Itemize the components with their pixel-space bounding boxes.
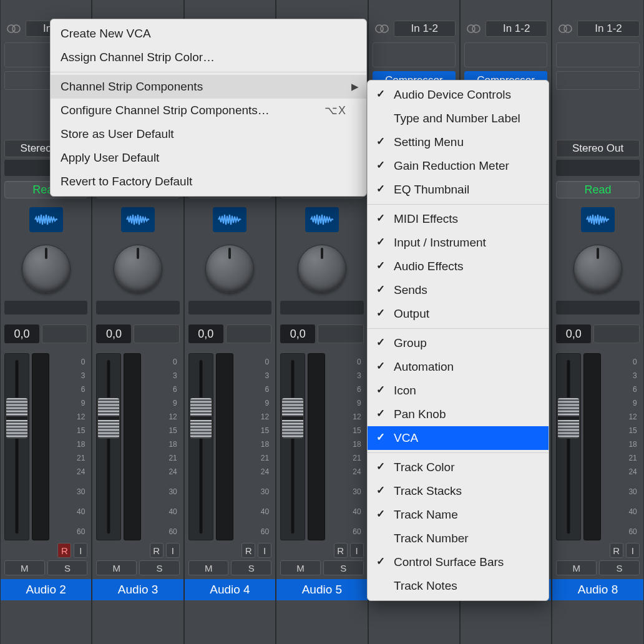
submenu-item[interactable]: ✓Track Name bbox=[368, 503, 549, 527]
submenu-item[interactable]: ✓Pan Knob bbox=[368, 402, 549, 426]
volume-fader[interactable] bbox=[556, 353, 581, 540]
db-tick: 60 bbox=[325, 528, 361, 535]
submenu-item[interactable]: ✓Control Surface Bars bbox=[368, 550, 549, 574]
menu-item[interactable]: Channel Strip Components▶ bbox=[51, 75, 366, 99]
db-tick: 21 bbox=[325, 454, 361, 462]
menu-item[interactable]: Configure Channel Strip Components…⌥X bbox=[51, 99, 366, 122]
input-monitor-button[interactable]: I bbox=[258, 543, 271, 558]
vca-slot[interactable] bbox=[556, 301, 639, 315]
automation-mode-button[interactable]: Read bbox=[556, 181, 639, 198]
record-enable-button[interactable]: R bbox=[334, 543, 348, 558]
submenu-item[interactable]: Track Number bbox=[368, 527, 549, 550]
insert-slot[interactable] bbox=[556, 42, 639, 67]
track-name-label[interactable]: Audio 8 bbox=[552, 579, 643, 600]
db-tick: 40 bbox=[233, 508, 269, 515]
menu-item[interactable]: Create New VCA bbox=[51, 22, 366, 46]
solo-button[interactable]: S bbox=[599, 560, 640, 575]
submenu-item[interactable]: ✓Icon bbox=[368, 379, 549, 402]
pan-value-display: 0,0 bbox=[96, 324, 131, 343]
track-icon[interactable] bbox=[581, 207, 615, 232]
mute-button[interactable]: M bbox=[556, 560, 597, 575]
check-icon: ✓ bbox=[376, 235, 385, 248]
group-slot[interactable] bbox=[556, 160, 639, 176]
track-name-label[interactable]: Audio 2 bbox=[1, 579, 91, 600]
submenu-item[interactable]: Type and Number Label bbox=[368, 107, 549, 130]
submenu-item[interactable]: ✓Automation bbox=[368, 355, 549, 379]
check-icon: ✓ bbox=[376, 555, 385, 568]
pan-knob[interactable] bbox=[573, 245, 622, 293]
track-name-label[interactable]: Audio 3 bbox=[92, 579, 183, 600]
submenu-item[interactable]: ✓Audio Device Controls bbox=[368, 83, 549, 107]
solo-button[interactable]: S bbox=[139, 560, 180, 575]
insert-slot[interactable] bbox=[464, 42, 547, 67]
mute-button[interactable]: M bbox=[96, 560, 137, 575]
submenu-item[interactable]: ✓Gain Reduction Meter bbox=[368, 154, 549, 178]
menu-item[interactable]: Assign Channel Strip Color… bbox=[51, 46, 366, 69]
solo-button[interactable]: S bbox=[47, 560, 88, 575]
submenu-item[interactable]: ✓Sends bbox=[368, 278, 549, 302]
solo-button[interactable]: S bbox=[323, 560, 364, 575]
input-routing-button[interactable]: In 1-2 bbox=[577, 21, 639, 37]
submenu-item[interactable]: Track Notes bbox=[368, 574, 549, 598]
insert-slot[interactable] bbox=[373, 42, 456, 67]
track-icon[interactable] bbox=[305, 207, 339, 232]
submenu-item[interactable]: ✓Track Stacks bbox=[368, 479, 549, 503]
input-routing-button[interactable]: In 1-2 bbox=[485, 21, 547, 37]
pan-knob[interactable] bbox=[298, 245, 346, 293]
mute-button[interactable]: M bbox=[4, 560, 45, 575]
submenu-item[interactable]: ✓EQ Thumbnail bbox=[368, 178, 549, 202]
vca-slot[interactable] bbox=[4, 301, 87, 315]
insert-slot[interactable] bbox=[556, 71, 639, 90]
record-enable-button[interactable]: R bbox=[610, 543, 623, 558]
track-icon[interactable] bbox=[121, 207, 155, 232]
record-enable-button[interactable]: R bbox=[57, 543, 71, 558]
solo-button[interactable]: S bbox=[231, 560, 271, 575]
submenu-item[interactable]: ✓Track Color bbox=[368, 456, 549, 479]
track-name-label[interactable]: Audio 5 bbox=[276, 579, 367, 600]
balance-slider[interactable] bbox=[134, 324, 179, 343]
track-icon[interactable] bbox=[29, 207, 63, 232]
input-monitor-button[interactable]: I bbox=[626, 543, 640, 558]
submenu-item[interactable]: ✓Group bbox=[368, 331, 549, 355]
submenu-item[interactable]: ✓Output bbox=[368, 302, 549, 326]
pan-knob[interactable] bbox=[205, 245, 254, 293]
submenu-item[interactable]: ✓MIDI Effects bbox=[368, 207, 549, 231]
track-icon[interactable] bbox=[213, 207, 246, 232]
submenu-item-label: Automation bbox=[394, 360, 454, 374]
volume-fader[interactable] bbox=[280, 353, 305, 540]
volume-fader[interactable] bbox=[96, 353, 121, 540]
vca-slot[interactable] bbox=[280, 301, 363, 315]
vca-slot[interactable] bbox=[188, 301, 271, 315]
output-routing-button[interactable]: Stereo Out bbox=[556, 140, 639, 157]
track-name-label[interactable]: Audio 4 bbox=[185, 579, 275, 600]
balance-slider[interactable] bbox=[42, 324, 87, 343]
balance-slider[interactable] bbox=[226, 324, 271, 343]
input-routing-button[interactable]: In 1-2 bbox=[394, 21, 456, 37]
check-icon: ✓ bbox=[376, 306, 385, 320]
record-enable-button[interactable]: R bbox=[242, 543, 255, 558]
submenu-item[interactable]: ✓Audio Effects bbox=[368, 255, 549, 278]
menu-item[interactable]: Apply User Default bbox=[51, 146, 366, 170]
svg-point-1 bbox=[12, 25, 20, 32]
pan-knob[interactable] bbox=[22, 245, 71, 293]
balance-slider[interactable] bbox=[318, 324, 363, 343]
input-monitor-button[interactable]: I bbox=[350, 543, 364, 558]
db-tick: 24 bbox=[325, 468, 361, 476]
menu-item[interactable]: Revert to Factory Default bbox=[51, 170, 366, 193]
db-tick: 40 bbox=[601, 508, 637, 515]
db-tick: 12 bbox=[49, 413, 85, 421]
mute-button[interactable]: M bbox=[280, 560, 321, 575]
volume-fader[interactable] bbox=[188, 353, 213, 540]
balance-slider[interactable] bbox=[593, 324, 639, 343]
submenu-item[interactable]: ✓VCA bbox=[368, 426, 549, 450]
vca-slot[interactable] bbox=[96, 301, 179, 315]
volume-fader[interactable] bbox=[4, 353, 29, 540]
submenu-item[interactable]: ✓Setting Menu bbox=[368, 130, 549, 154]
input-monitor-button[interactable]: I bbox=[74, 543, 87, 558]
mute-button[interactable]: M bbox=[188, 560, 229, 575]
submenu-item[interactable]: ✓Input / Instrument bbox=[368, 231, 549, 255]
record-enable-button[interactable]: R bbox=[150, 543, 163, 558]
pan-knob[interactable] bbox=[114, 245, 162, 293]
input-monitor-button[interactable]: I bbox=[166, 543, 180, 558]
menu-item[interactable]: Store as User Default bbox=[51, 122, 366, 146]
